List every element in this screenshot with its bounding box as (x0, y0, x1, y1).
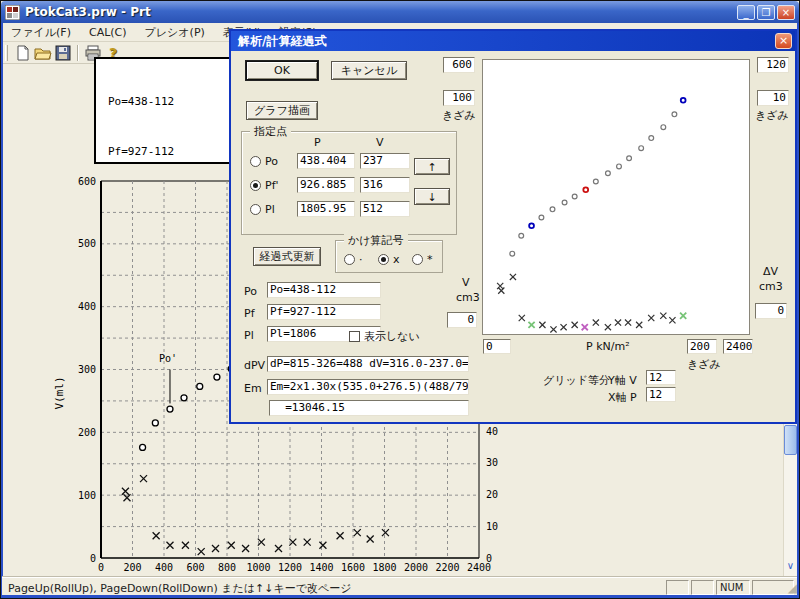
maximize-button[interactable]: ❐ (757, 5, 775, 20)
move-down-button[interactable]: ↓ (414, 188, 450, 205)
pl-p-field[interactable]: 1805.95 (297, 201, 355, 217)
svg-text:0: 0 (486, 553, 492, 564)
dialog-body: OK キャンセル グラフ描画 600 100 きざみ 120 10 きざみ ΔV… (231, 51, 795, 422)
status-panel-num: NUM (716, 580, 750, 595)
dialog-close-icon[interactable]: × (775, 33, 792, 49)
resize-grip[interactable]: ◢ (788, 581, 797, 595)
status-bar: PageUp(RollUp), PageDown(RollDown) または↑↓… (2, 577, 798, 598)
po-formula-field[interactable]: Po=438-112 (267, 282, 381, 298)
grid-div-label: グリッド等分 (543, 373, 610, 388)
radio-pf-circle[interactable] (250, 180, 261, 191)
update-formula-button[interactable]: 経過式更新 (253, 247, 321, 266)
svg-text:1400: 1400 (309, 562, 333, 573)
p-min-field[interactable]: 0 (483, 339, 511, 354)
svg-text:400: 400 (78, 301, 96, 312)
analysis-dialog: 解析/計算経過式 × OK キャンセル グラフ描画 600 100 きざみ 12… (229, 29, 797, 424)
radio-po[interactable]: Po (250, 155, 278, 168)
p-max-field[interactable]: 2400 (723, 339, 753, 354)
scrollbar-down-icon[interactable]: ∨ (784, 558, 797, 574)
pl-v-field[interactable]: 512 (360, 201, 410, 217)
svg-text:200: 200 (123, 562, 141, 573)
em-formula-label: Em (244, 382, 262, 395)
open-file-icon[interactable] (33, 44, 53, 62)
dv-axis-label: ΔV (763, 265, 778, 278)
v-max-field[interactable]: 600 (443, 57, 475, 73)
app-icon (5, 5, 20, 20)
dv-step-field[interactable]: 10 (757, 90, 789, 106)
radio-pl-circle[interactable] (250, 204, 261, 215)
x-div-field[interactable]: 12 (646, 387, 676, 402)
title-bar: PtokCat3.prw - Prt _ ❐ × (1, 1, 799, 23)
menu-item-presio[interactable]: プレシオ(P) (136, 23, 214, 42)
radio-mult-x-circle[interactable] (378, 254, 389, 265)
toolbar-grip (5, 45, 8, 61)
v-axis-label: V (462, 276, 470, 289)
dialog-chart-frame (482, 59, 750, 335)
v-axis-unit: cm3 (456, 291, 480, 304)
radio-mult-x-label: x (393, 253, 400, 266)
move-up-button[interactable]: ↑ (414, 158, 450, 175)
mult-symbol-group: かけ算記号 · x * (335, 240, 443, 273)
radio-mult-star-circle[interactable] (412, 254, 423, 265)
svg-text:2000: 2000 (404, 562, 428, 573)
y-axis-div-label: Y軸 V (608, 373, 637, 388)
v-min-field[interactable]: 0 (447, 312, 477, 328)
dpv-formula-field[interactable]: dP=815-326=488 dV=316.0-237.0=79.0 (267, 356, 469, 372)
dv-max-field[interactable]: 120 (757, 57, 789, 73)
svg-text:30: 30 (486, 457, 498, 468)
v-step-field[interactable]: 100 (443, 90, 475, 106)
close-button[interactable]: × (777, 5, 795, 20)
pf-formula-field[interactable]: Pf=927-112 (267, 304, 381, 320)
x-axis-div-label: X軸 P (608, 390, 637, 405)
y-div-field[interactable]: 12 (646, 370, 676, 385)
radio-pf-label: Pf' (265, 179, 279, 192)
svg-text:600: 600 (186, 562, 204, 573)
dialog-pv-chart (483, 60, 749, 334)
dv-min-field[interactable]: 0 (755, 303, 787, 319)
po-p-field[interactable]: 438.404 (297, 153, 355, 169)
new-file-icon[interactable] (13, 44, 33, 62)
ok-button[interactable]: OK (246, 61, 318, 80)
pf-v-field[interactable]: 316 (360, 177, 410, 193)
po-v-field[interactable]: 237 (360, 153, 410, 169)
radio-po-label: Po (265, 155, 278, 168)
svg-text:V(ml): V(ml) (53, 376, 66, 409)
radio-pf[interactable]: Pf' (250, 179, 279, 192)
radio-mult-star[interactable]: * (412, 253, 433, 266)
status-text: PageUp(RollUp), PageDown(RollDown) または↑↓… (8, 581, 352, 596)
cancel-button[interactable]: キャンセル (331, 61, 407, 80)
radio-mult-dot-label: · (359, 253, 363, 266)
mult-symbol-title: かけ算記号 (344, 233, 408, 248)
radio-mult-star-label: * (427, 253, 433, 266)
radio-pl[interactable]: Pl (250, 203, 275, 216)
pf-formula-label: Pf (244, 307, 255, 320)
svg-text:100: 100 (78, 490, 96, 501)
dialog-title-bar: 解析/計算経過式 × (231, 31, 795, 51)
draw-graph-button[interactable]: グラフ描画 (246, 101, 318, 120)
radio-po-circle[interactable] (250, 156, 261, 167)
menu-item-cal[interactable]: CAL(C) (80, 24, 136, 41)
svg-text:300: 300 (78, 364, 96, 375)
radio-mult-x[interactable]: x (378, 253, 400, 266)
col-header-p: P (314, 136, 321, 149)
pf-p-field[interactable]: 926.885 (297, 177, 355, 193)
svg-text:40: 40 (486, 426, 498, 437)
hide-checkbox-label: 表示しない (364, 329, 420, 344)
dv-axis-unit: cm3 (759, 280, 783, 293)
svg-text:0: 0 (90, 553, 96, 564)
dv-step-label: きざみ (755, 108, 789, 123)
window-left-edge (1, 23, 3, 598)
dpv-formula-label: dPV (244, 359, 265, 372)
hide-checkbox[interactable]: 表示しない (349, 329, 420, 344)
scrollbar-thumb[interactable] (784, 425, 797, 455)
window-title: PtokCat3.prw - Prt (25, 5, 735, 19)
em-formula-field[interactable]: Em=2x1.30x(535.0+276.5)(488/79.0) (267, 379, 469, 395)
save-file-icon[interactable] (53, 44, 73, 62)
radio-mult-dot-circle[interactable] (344, 254, 355, 265)
svg-text:1600: 1600 (341, 562, 365, 573)
p-step-field[interactable]: 200 (687, 339, 717, 354)
menu-item-file[interactable]: ファイル(F) (2, 23, 80, 42)
radio-mult-dot[interactable]: · (344, 253, 363, 266)
hide-checkbox-box[interactable] (349, 331, 360, 342)
minimize-button[interactable]: _ (737, 5, 755, 20)
